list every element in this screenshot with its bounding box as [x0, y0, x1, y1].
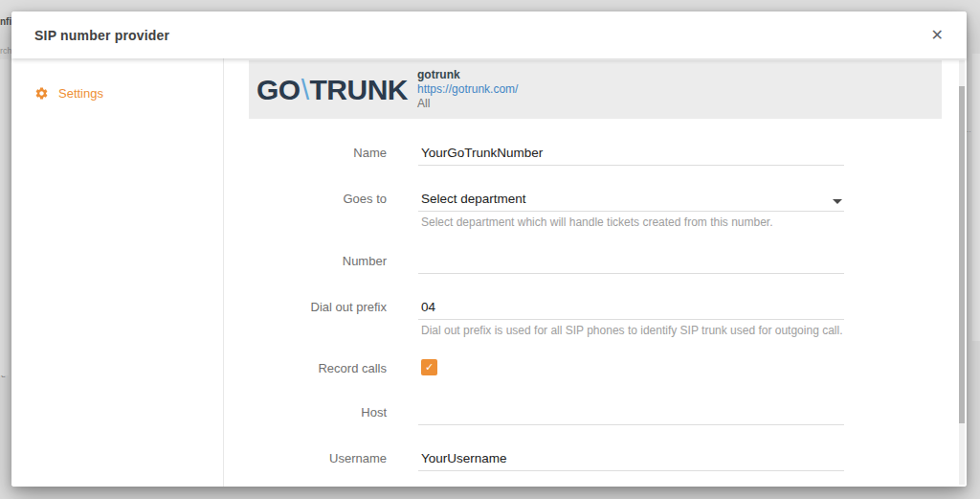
form-row-host: Host	[224, 403, 967, 425]
logo-trunk: TRUNK	[310, 74, 409, 105]
name-field	[418, 144, 844, 166]
goes-to-label: Goes to	[224, 190, 387, 229]
background-panel-edge	[0, 59, 9, 375]
check-icon: ✓	[425, 361, 434, 373]
dialog-title: SIP number provider	[34, 28, 169, 43]
dial-out-prefix-label: Dial out prefix	[224, 298, 387, 337]
provider-header: GO\TRUNK gotrunk https://gotrunk.com/ Al…	[249, 60, 942, 119]
form-row-record-calls: Record calls ✓	[224, 359, 967, 379]
department-select[interactable]: Select department	[418, 190, 844, 212]
form-row-username: Username	[224, 449, 967, 471]
content-scrollbar-thumb[interactable]	[959, 86, 965, 423]
number-field	[418, 252, 844, 274]
dial-out-prefix-input[interactable]	[421, 300, 844, 315]
host-input[interactable]	[421, 405, 844, 420]
username-field	[418, 449, 844, 471]
form-row-goes-to: Goes to Select department Select departm…	[224, 190, 967, 229]
sidebar-item-label: Settings	[58, 86, 103, 101]
form-row-number: Number	[224, 252, 967, 274]
background-panel-edge	[972, 54, 980, 341]
name-label: Name	[224, 144, 387, 166]
form-row-dial-out-prefix: Dial out prefix Dial out prefix is used …	[224, 298, 967, 337]
chevron-down-icon	[833, 199, 842, 204]
record-calls-checkbox[interactable]: ✓	[421, 359, 437, 375]
host-field	[418, 403, 844, 425]
record-calls-label: Record calls	[224, 359, 387, 379]
close-icon[interactable]: ✕	[929, 26, 946, 45]
goes-to-helper-text: Select department which will handle tick…	[418, 215, 844, 229]
background-dots-icon: ··	[967, 127, 971, 136]
dialog-header: SIP number provider ✕	[11, 11, 967, 58]
provider-scope: All	[417, 97, 518, 111]
gotrunk-logo: GO\TRUNK	[256, 74, 408, 106]
provider-url-link[interactable]: https://gotrunk.com/	[417, 82, 518, 97]
department-select-value: Select department	[421, 192, 526, 206]
dial-out-prefix-helper-text: Dial out prefix is used for all SIP phon…	[418, 324, 844, 337]
username-input[interactable]	[421, 451, 844, 466]
username-label: Username	[224, 449, 387, 471]
content-scrollbar-track[interactable]	[959, 60, 965, 485]
form-row-name: Name	[224, 144, 967, 166]
sip-number-provider-dialog: SIP number provider ✕ Settings GO\TRUNK …	[11, 11, 967, 487]
number-input[interactable]	[421, 254, 844, 269]
record-calls-field: ✓	[418, 359, 844, 379]
dial-out-prefix-field	[418, 298, 844, 320]
dialog-content: GO\TRUNK gotrunk https://gotrunk.com/ Al…	[224, 58, 967, 487]
provider-info: gotrunk https://gotrunk.com/ All	[417, 68, 518, 111]
host-label: Host	[224, 403, 387, 425]
name-input[interactable]	[421, 146, 844, 161]
logo-slash: \	[301, 74, 309, 105]
dialog-sidebar: Settings	[11, 58, 224, 487]
background-text-fragment: rch	[0, 46, 12, 56]
gear-icon	[34, 86, 49, 101]
logo-go: GO	[256, 74, 301, 105]
number-label: Number	[224, 252, 387, 274]
provider-name: gotrunk	[417, 68, 518, 82]
sidebar-item-settings[interactable]: Settings	[11, 82, 223, 104]
dialog-body: Settings GO\TRUNK gotrunk https://gotrun…	[11, 58, 967, 487]
